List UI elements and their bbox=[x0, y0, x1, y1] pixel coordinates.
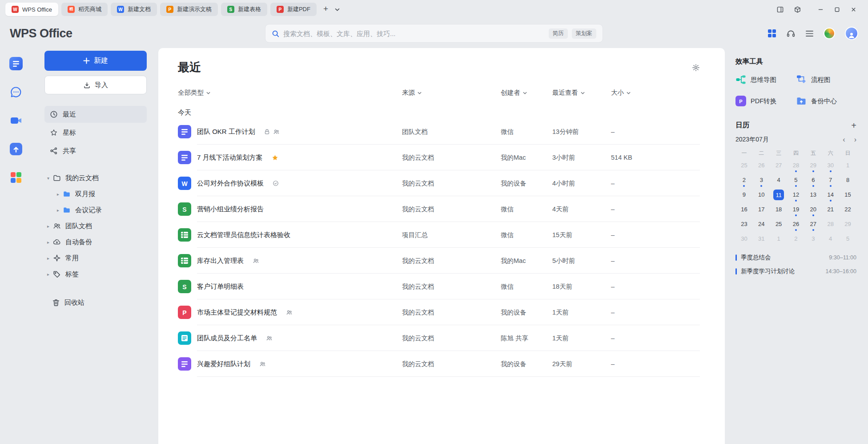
tab-list-chevron-icon[interactable] bbox=[333, 8, 342, 11]
table-row[interactable]: 库存出入管理表 我的云文档 我的Mac 5小时前 – bbox=[178, 248, 700, 274]
calendar-day[interactable]: 20 bbox=[804, 203, 822, 218]
avatar[interactable] bbox=[845, 27, 858, 40]
tab-new-presentation[interactable]: P 新建演示文稿 bbox=[160, 3, 218, 16]
calendar-day[interactable]: 3 bbox=[753, 174, 770, 189]
apps-grid-icon[interactable] bbox=[768, 29, 776, 38]
sidebar-item-bimonthly-report[interactable]: ▸ 双月报 bbox=[44, 186, 147, 202]
chevron-right-icon[interactable]: ▸ bbox=[44, 272, 52, 277]
import-button[interactable]: 导入 bbox=[44, 76, 147, 94]
calendar-day[interactable]: 15 bbox=[839, 189, 856, 203]
menu-icon[interactable] bbox=[805, 30, 814, 37]
tab-docer-mall[interactable]: 稻 稻壳商城 bbox=[61, 3, 108, 16]
sidebar-item-recent[interactable]: 最近 bbox=[44, 106, 147, 123]
calendar-day[interactable]: 1 bbox=[770, 233, 788, 247]
calendar-day[interactable]: 27 bbox=[804, 218, 822, 233]
tool-pdf-convert[interactable]: P PDF转换 bbox=[735, 92, 796, 110]
table-row[interactable]: 7 月线下活动策划方案 我的云文档 我的Mac 3小时前 514 KB bbox=[178, 145, 700, 170]
calendar-day[interactable]: 26 bbox=[788, 218, 805, 233]
calendar-day[interactable]: 18 bbox=[770, 203, 788, 218]
chevron-right-icon[interactable]: ▸ bbox=[54, 208, 62, 213]
filter-source[interactable]: 来源 bbox=[402, 89, 501, 97]
calendar-prev-icon[interactable]: ‹ bbox=[843, 136, 845, 144]
calendar-day[interactable]: 26 bbox=[753, 159, 770, 174]
event-item[interactable]: 新季度学习计划讨论 14:30–16:00 bbox=[735, 266, 856, 277]
filter-size[interactable]: 大小 bbox=[611, 89, 700, 97]
calendar-day[interactable]: 28 bbox=[788, 159, 805, 174]
add-event-button[interactable]: + bbox=[851, 121, 856, 130]
table-row[interactable]: P 市场主体登记提交材料规范 我的云文档 我的设备 1天前 – bbox=[178, 299, 700, 325]
sidebar-item-meeting-notes[interactable]: ▸ 会议记录 bbox=[44, 202, 147, 218]
calendar-day[interactable]: 25 bbox=[770, 218, 788, 233]
search-input[interactable] bbox=[283, 30, 545, 37]
table-row[interactable]: 云文档管理员信息统计表格验收 项目汇总 微信 15天前 – bbox=[178, 222, 700, 248]
sidebar-item-my-cloud-docs[interactable]: ▾ 我的云文档 bbox=[44, 170, 147, 186]
chevron-right-icon[interactable]: ▸ bbox=[44, 224, 52, 229]
sidebar-item-frequent[interactable]: ▸ 常用 bbox=[44, 250, 147, 266]
search-tag-resume[interactable]: 简历 bbox=[549, 28, 568, 39]
calendar-day[interactable]: 16 bbox=[735, 203, 753, 218]
search-tag-plan[interactable]: 策划案 bbox=[572, 28, 597, 39]
sidebar-item-starred[interactable]: 星标 bbox=[44, 124, 147, 141]
rail-cloud-drive-icon[interactable] bbox=[7, 140, 25, 158]
tab-wps-home[interactable]: W WPS Office bbox=[5, 3, 58, 16]
calendar-day[interactable]: 11 bbox=[770, 189, 788, 203]
calendar-day[interactable]: 21 bbox=[822, 203, 839, 218]
calendar-day[interactable]: 7 bbox=[822, 174, 839, 189]
calendar-day[interactable]: 3 bbox=[804, 233, 822, 247]
new-document-button[interactable]: 新建 bbox=[44, 51, 147, 71]
calendar-day[interactable]: 9 bbox=[735, 189, 753, 203]
calendar-day[interactable]: 29 bbox=[839, 218, 856, 233]
split-view-icon[interactable] bbox=[777, 6, 784, 13]
calendar-day[interactable]: 8 bbox=[839, 174, 856, 189]
tool-backup-center[interactable]: 备份中心 bbox=[796, 92, 856, 110]
rail-apps-icon[interactable] bbox=[7, 168, 25, 187]
membership-icon[interactable] bbox=[824, 28, 835, 39]
rail-chat-icon[interactable] bbox=[7, 83, 25, 101]
calendar-day[interactable]: 14 bbox=[822, 189, 839, 203]
calendar-day[interactable]: 25 bbox=[735, 159, 753, 174]
calendar-day[interactable]: 19 bbox=[788, 203, 805, 218]
filter-creator[interactable]: 创建者 bbox=[501, 89, 552, 97]
sidebar-item-team-docs[interactable]: ▸ 团队文档 bbox=[44, 218, 147, 234]
search-box[interactable]: 简历 策划案 bbox=[265, 24, 603, 43]
star-icon[interactable] bbox=[272, 154, 278, 161]
calendar-next-icon[interactable]: › bbox=[854, 136, 856, 144]
rail-docs-icon[interactable] bbox=[7, 54, 25, 73]
tab-new-pdf[interactable]: P 新建PDF bbox=[270, 3, 317, 16]
table-row[interactable]: S 营销小组业绩分析报告 我的云文档 微信 4天前 – bbox=[178, 196, 700, 222]
calendar-day[interactable]: 17 bbox=[753, 203, 770, 218]
calendar-day[interactable]: 5 bbox=[788, 174, 805, 189]
maximize-button[interactable] bbox=[834, 7, 840, 12]
new-tab-button[interactable]: + bbox=[320, 4, 330, 15]
table-row[interactable]: 团队 OKR 工作计划 团队文档 微信 13分钟前 – bbox=[178, 119, 700, 145]
table-row[interactable]: W 公司对外合作协议模板 我的云文档 我的设备 4小时前 – bbox=[178, 170, 700, 196]
table-row[interactable]: S 客户订单明细表 我的云文档 微信 18天前 – bbox=[178, 274, 700, 299]
minimize-button[interactable] bbox=[818, 7, 824, 12]
chevron-down-icon[interactable]: ▾ bbox=[44, 176, 52, 181]
event-item[interactable]: 季度总结会 9:30–11:00 bbox=[735, 252, 856, 263]
filter-last-viewed[interactable]: 最近查看 bbox=[552, 89, 611, 97]
calendar-day[interactable]: 27 bbox=[770, 159, 788, 174]
calendar-day[interactable]: 1 bbox=[839, 159, 856, 174]
tab-new-spreadsheet[interactable]: S 新建表格 bbox=[221, 3, 267, 16]
sidebar-item-trash[interactable]: 回收站 bbox=[44, 295, 147, 311]
calendar-day[interactable]: 24 bbox=[753, 218, 770, 233]
calendar-day[interactable]: 4 bbox=[770, 174, 788, 189]
calendar-day[interactable]: 12 bbox=[788, 189, 805, 203]
tool-flowchart[interactable]: 流程图 bbox=[796, 71, 856, 89]
rail-meeting-icon[interactable] bbox=[7, 111, 25, 130]
calendar-day[interactable]: 2 bbox=[735, 174, 753, 189]
chevron-right-icon[interactable]: ▸ bbox=[44, 240, 52, 245]
calendar-day[interactable]: 23 bbox=[735, 218, 753, 233]
table-row[interactable]: 兴趣爱好组队计划 我的云文档 我的设备 29天前 – bbox=[178, 351, 700, 377]
sidebar-item-auto-backup[interactable]: ▸ 自动备份 bbox=[44, 234, 147, 250]
calendar-day[interactable]: 2 bbox=[788, 233, 805, 247]
calendar-day[interactable]: 22 bbox=[839, 203, 856, 218]
sidebar-item-shared[interactable]: 共享 bbox=[44, 142, 147, 159]
table-row[interactable]: 团队成员及分工名单 我的云文档 陈旭 共享 1天前 – bbox=[178, 325, 700, 351]
chevron-right-icon[interactable]: ▸ bbox=[54, 192, 62, 197]
filter-all-types[interactable]: 全部类型 bbox=[178, 89, 402, 97]
calendar-day[interactable]: 28 bbox=[822, 218, 839, 233]
calendar-day[interactable]: 31 bbox=[753, 233, 770, 247]
calendar-day[interactable]: 5 bbox=[839, 233, 856, 247]
